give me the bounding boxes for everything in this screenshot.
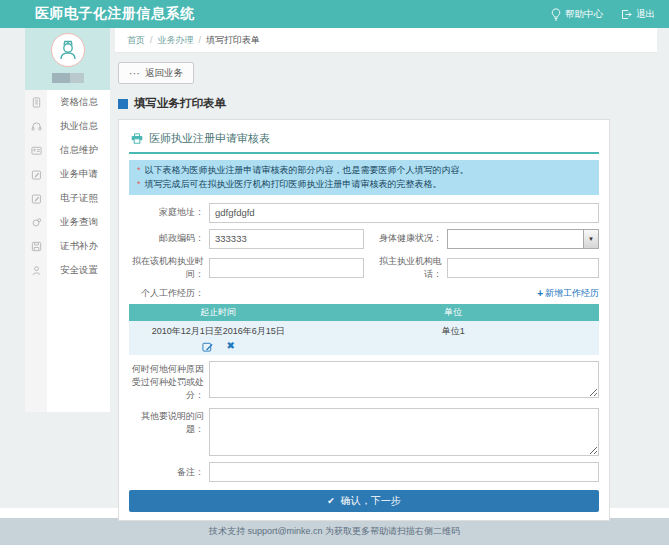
form-title: 医师执业注册申请审核表 — [149, 131, 270, 146]
org-phone-label: 拟主执业机构电话： — [364, 255, 447, 281]
sidebar-item-label: 资格信息 — [60, 96, 98, 109]
sidebar-item-electronic-license[interactable]: 电子证照 — [25, 186, 110, 210]
return-business-button[interactable]: ⋯ 返回业务 — [118, 62, 194, 84]
work-experience-label: 个人工作经历： — [129, 287, 209, 300]
unit-cell: 单位1 — [308, 321, 599, 355]
doctor-icon — [56, 38, 80, 62]
info-line: *填写完成后可在拟执业医疗机构打印医师执业注册申请审核表的完整表格。 — [137, 177, 591, 191]
breadcrumb-separator: / — [150, 35, 153, 45]
pen-square-icon — [25, 169, 47, 180]
page-title: 填写业务打印表单 — [118, 96, 657, 111]
practice-time-input[interactable] — [209, 258, 364, 278]
ellipsis-icon: ⋯ — [129, 68, 140, 79]
sidebar-item-label: 证书补办 — [60, 240, 98, 253]
form-row: 备注： — [129, 462, 599, 482]
return-business-label: 返回业务 — [145, 67, 183, 80]
punishment-textarea[interactable] — [209, 361, 599, 398]
unit-column-header: 单位 — [308, 304, 599, 321]
home-address-input[interactable] — [209, 203, 599, 223]
health-status-value — [448, 230, 583, 248]
puzzle-icon — [25, 217, 47, 228]
sidebar-item-qualification-info[interactable]: 资格信息 — [25, 90, 110, 114]
sidebar-item-label: 执业信息 — [60, 120, 98, 133]
application-form: 家庭地址： 邮政编码： 身体健康状况： ▼ — [129, 203, 599, 512]
sidebar: 资格信息 执业信息 信息维护 业务申请 电子证照 业务查询 — [25, 28, 110, 412]
help-center-link[interactable]: 帮助中心 — [551, 8, 603, 21]
footer-text: 技术支持 support@minke.cn 为获取更多帮助请扫描右侧二维码 — [209, 525, 460, 538]
breadcrumb-business[interactable]: 业务办理 — [158, 34, 194, 47]
header-actions: 帮助中心 退出 — [551, 8, 655, 21]
practice-time-label: 拟在该机构执业时间： — [129, 255, 209, 281]
section-marker — [118, 99, 128, 109]
period-cell: 2010年12月1日至2016年6月15日 ✖ — [129, 321, 308, 355]
app-title: 医师电子化注册信息系统 — [35, 5, 195, 23]
info-line-text: 以下表格为医师执业注册申请审核表的部分内容，也是需要医师个人填写的内容。 — [145, 165, 469, 175]
sidebar-item-business-query[interactable]: 业务查询 — [25, 210, 110, 234]
sidebar-item-security-settings[interactable]: 安全设置 — [25, 258, 110, 282]
form-col-right: 身体健康状况： ▼ — [364, 229, 599, 249]
sidebar-item-label: 业务查询 — [60, 216, 98, 229]
health-status-select[interactable]: ▼ — [447, 229, 599, 249]
sidebar-item-label: 电子证照 — [60, 192, 98, 205]
org-phone-input[interactable] — [447, 258, 599, 278]
form-row: 拟在该机构执业时间： 拟主执业机构电话： — [129, 255, 599, 281]
confirm-next-button[interactable]: ✔ 确认，下一步 — [129, 490, 599, 512]
logout-icon — [621, 9, 632, 20]
breadcrumb-current: 填写打印表单 — [206, 34, 260, 47]
postal-code-label: 邮政编码： — [129, 232, 209, 245]
help-center-label: 帮助中心 — [565, 8, 603, 21]
sidebar-item-certificate-reissue[interactable]: 证书补办 — [25, 234, 110, 258]
page-footer: 技术支持 support@minke.cn 为获取更多帮助请扫描右侧二维码 — [0, 518, 669, 545]
sidebar-menu: 资格信息 执业信息 信息维护 业务申请 电子证照 业务查询 — [25, 90, 110, 412]
breadcrumb: 首页 / 业务办理 / 填写打印表单 — [115, 28, 657, 53]
lightbulb-icon — [551, 8, 561, 21]
logout-link[interactable]: 退出 — [621, 8, 655, 21]
sidebar-item-practice-info[interactable]: 执业信息 — [25, 114, 110, 138]
form-col-right: 拟主执业机构电话： — [364, 255, 599, 281]
sidebar-item-label: 业务申请 — [60, 168, 98, 181]
postal-code-input[interactable] — [209, 229, 364, 249]
id-card-icon — [25, 145, 47, 156]
form-col-left: 邮政编码： — [129, 229, 364, 249]
form-row: 何时何地何种原因受过何种处罚或处分： — [129, 361, 599, 402]
breadcrumb-separator: / — [199, 35, 202, 45]
avatar — [51, 33, 85, 67]
table-header-row: 起止时间 单位 — [129, 304, 599, 321]
user-profile-block — [25, 28, 110, 90]
punishment-label: 何时何地何种原因受过何种处罚或处分： — [129, 361, 209, 402]
form-col-left: 拟在该机构执业时间： — [129, 255, 364, 281]
sidebar-item-label: 安全设置 — [60, 264, 98, 277]
logout-label: 退出 — [636, 8, 655, 21]
add-work-experience-link[interactable]: + 新增工作经历 — [537, 287, 599, 300]
form-title-bar: 医师执业注册申请审核表 — [129, 128, 599, 154]
form-row: 其他要说明的问题： — [129, 408, 599, 456]
note-marker: * — [137, 179, 141, 189]
form-row: 家庭地址： — [129, 203, 599, 223]
check-icon: ✔ — [327, 496, 335, 506]
delete-icon[interactable]: ✖ — [227, 341, 235, 351]
headset-icon — [25, 121, 47, 132]
breadcrumb-home[interactable]: 首页 — [127, 34, 145, 47]
remarks-input[interactable] — [209, 462, 599, 482]
chevron-down-icon[interactable]: ▼ — [583, 230, 598, 248]
page-title-text: 填写业务打印表单 — [134, 96, 226, 111]
add-work-experience-label: 新增工作经历 — [545, 287, 599, 300]
other-issues-textarea[interactable] — [209, 408, 599, 456]
printer-icon — [131, 133, 143, 144]
content-area: 资格信息 执业信息 信息维护 业务申请 电子证照 业务查询 — [0, 28, 669, 508]
main-column: 首页 / 业务办理 / 填写打印表单 ⋯ 返回业务 填写业务打印表单 医师执业注… — [115, 28, 657, 521]
period-value: 2010年12月1日至2016年6月15日 — [129, 325, 308, 338]
edit-icon[interactable] — [202, 341, 213, 352]
sidebar-item-business-application[interactable]: 业务申请 — [25, 162, 110, 186]
work-experience-header: 个人工作经历： + 新增工作经历 — [129, 287, 599, 300]
sidebar-item-info-maintenance[interactable]: 信息维护 — [25, 138, 110, 162]
pen-square-icon — [25, 193, 47, 204]
plus-icon: + — [537, 288, 543, 299]
sidebar-item-label: 信息维护 — [60, 144, 98, 157]
info-line: *以下表格为医师执业注册申请审核表的部分内容，也是需要医师个人填写的内容。 — [137, 163, 591, 177]
confirm-next-label: 确认，下一步 — [341, 494, 401, 508]
floppy-icon — [25, 241, 47, 252]
health-status-label: 身体健康状况： — [364, 232, 447, 245]
note-marker: * — [137, 165, 141, 175]
info-line-text: 填写完成后可在拟执业医疗机构打印医师执业注册申请审核表的完整表格。 — [145, 179, 442, 189]
